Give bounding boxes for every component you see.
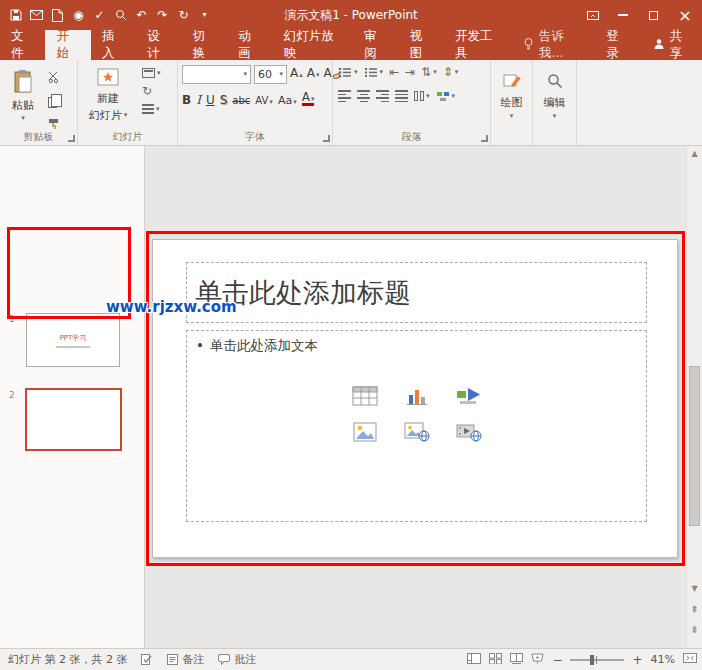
scroll-down-icon[interactable]: ▼ [687, 584, 702, 593]
refresh-icon[interactable]: ↻ [177, 8, 190, 22]
zoom-level[interactable]: 41% [651, 653, 675, 666]
editing-button[interactable]: 编辑 ▾ [535, 63, 574, 129]
paste-button[interactable]: 粘贴 ▾ [4, 63, 42, 127]
paragraph-dialog-launcher-icon[interactable] [481, 135, 488, 142]
save-icon[interactable] [9, 8, 22, 22]
change-case-button[interactable]: Aa▾ [278, 95, 297, 106]
insert-online-picture-icon[interactable] [401, 419, 433, 445]
insert-picture-icon[interactable] [349, 419, 381, 445]
tab-developer[interactable]: 开发工具 [444, 30, 513, 60]
zoom-slider-thumb[interactable] [590, 655, 594, 665]
insert-chart-icon[interactable] [401, 383, 433, 409]
slide-canvas[interactable]: 单击此处添加标题 • 单击此处添加文本 [152, 239, 678, 558]
reading-view-button[interactable] [510, 653, 523, 667]
align-center-button[interactable] [357, 90, 370, 102]
zoom-slider[interactable] [570, 659, 624, 661]
slideshow-view-button[interactable] [531, 653, 544, 667]
comments-button[interactable]: 批注 [218, 652, 256, 667]
align-right-button[interactable] [376, 90, 389, 102]
spellcheck-status-button[interactable] [141, 654, 153, 665]
fit-to-window-button[interactable] [683, 652, 697, 667]
font-color-button[interactable]: A▾ [302, 91, 315, 106]
spellcheck-icon[interactable]: ✓ [93, 8, 106, 22]
caret-down-icon: ▾ [316, 72, 320, 79]
drawing-button[interactable]: 绘图 ▾ [493, 63, 530, 129]
line-spacing-button[interactable]: ⇕▾ [443, 66, 459, 78]
slide-layout-button[interactable]: ▾ [142, 68, 161, 78]
slide-1-thumbnail[interactable]: PPT学习 [26, 313, 120, 367]
underline-button[interactable]: U [206, 94, 215, 106]
columns-button[interactable]: ▾ [414, 91, 430, 101]
scrollbar-thumb[interactable] [689, 366, 700, 526]
vertical-scrollbar[interactable]: ▲ ▼ ⇞ ⇟ [686, 146, 702, 648]
decrease-indent-button[interactable]: ⇤ [389, 66, 399, 78]
tab-animations[interactable]: 动画 [227, 30, 272, 60]
close-button[interactable]: × [668, 0, 702, 30]
new-slide-button[interactable]: 新建 幻灯片▾ [80, 63, 136, 127]
slide-2-thumbnail[interactable] [25, 388, 122, 451]
insert-smartart-icon[interactable] [453, 383, 485, 409]
copy-button[interactable] [48, 97, 57, 108]
tab-view[interactable]: 视图 [399, 30, 444, 60]
slide-sorter-view-button[interactable] [489, 653, 502, 667]
zoom-out-button[interactable]: − [552, 653, 562, 667]
tab-insert[interactable]: 插入 [91, 30, 136, 60]
shrink-font-button[interactable]: A▾ [307, 67, 320, 79]
scroll-up-icon[interactable]: ▲ [687, 149, 702, 158]
tab-slideshow[interactable]: 幻灯片放映 [273, 30, 354, 60]
tab-design[interactable]: 设计 [136, 30, 181, 60]
bullets-button[interactable]: ▾ [338, 67, 358, 78]
next-slide-button[interactable]: ⇟ [687, 624, 702, 635]
cut-button[interactable] [48, 68, 61, 87]
align-left-button[interactable] [338, 90, 351, 102]
minimize-button[interactable] [608, 0, 638, 30]
tell-me-box[interactable]: 告诉我... [513, 30, 594, 60]
convert-to-smartart-button[interactable]: ▾ [436, 91, 456, 102]
tab-review[interactable]: 审阅 [353, 30, 398, 60]
slide-1-subtitle-line [56, 346, 90, 348]
undo-icon[interactable]: ↶ [135, 8, 148, 22]
new-file-icon[interactable] [51, 8, 64, 22]
zoom-in-button[interactable]: + [632, 653, 642, 667]
title-placeholder[interactable]: 单击此处添加标题 [186, 262, 647, 323]
numbering-button[interactable]: ▾ [364, 67, 384, 78]
tab-home[interactable]: 开始 [45, 30, 90, 60]
bold-button[interactable]: B [182, 94, 191, 106]
share-button[interactable]: 共享 [641, 30, 702, 60]
previous-slide-button[interactable]: ⇞ [687, 604, 702, 615]
tab-file[interactable]: 文件 [0, 30, 45, 60]
ribbon-display-options-button[interactable] [578, 0, 608, 30]
section-button[interactable]: ▾ [142, 104, 161, 114]
reset-slide-button[interactable]: ↻ [142, 85, 161, 97]
email-icon[interactable] [30, 8, 43, 22]
notes-button[interactable]: 备注 [167, 652, 204, 667]
sign-in-button[interactable]: 登录 [594, 30, 640, 60]
search-icon[interactable] [114, 8, 127, 22]
font-name-combo[interactable]: ▾ [182, 65, 251, 84]
grow-font-button[interactable]: A▴ [290, 67, 303, 79]
magnifier-icon [547, 73, 563, 92]
paragraph-group-label: 段落 [333, 130, 490, 144]
justify-button[interactable] [395, 90, 408, 102]
strikethrough-button[interactable]: abc [232, 96, 250, 106]
maximize-button[interactable] [638, 0, 668, 30]
normal-view-button[interactable] [467, 653, 481, 667]
text-direction-button[interactable]: ⇅▾ [421, 66, 437, 78]
tab-transitions[interactable]: 切换 [182, 30, 227, 60]
caret-down-icon: ▾ [426, 93, 430, 100]
clipboard-dialog-launcher-icon[interactable] [68, 135, 75, 142]
insert-video-icon[interactable] [453, 419, 485, 445]
qat-customize-caret-icon[interactable]: ▾ [198, 8, 211, 22]
editing-group: 编辑 ▾ [533, 60, 577, 145]
text-shadow-button[interactable]: S [220, 94, 228, 106]
font-size-combo[interactable]: 60 ▾ [254, 65, 287, 84]
body-placeholder[interactable]: • 单击此处添加文本 [186, 330, 647, 522]
columns-icon [414, 91, 424, 101]
font-dialog-launcher-icon[interactable] [323, 135, 330, 142]
redo-icon[interactable]: ↷ [156, 8, 169, 22]
touch-mode-icon[interactable]: ◉ [72, 8, 85, 22]
insert-table-icon[interactable] [349, 383, 381, 409]
italic-button[interactable]: I [196, 94, 201, 106]
increase-indent-button[interactable]: ⇥ [405, 66, 415, 78]
character-spacing-button[interactable]: AV▾ [255, 96, 273, 106]
